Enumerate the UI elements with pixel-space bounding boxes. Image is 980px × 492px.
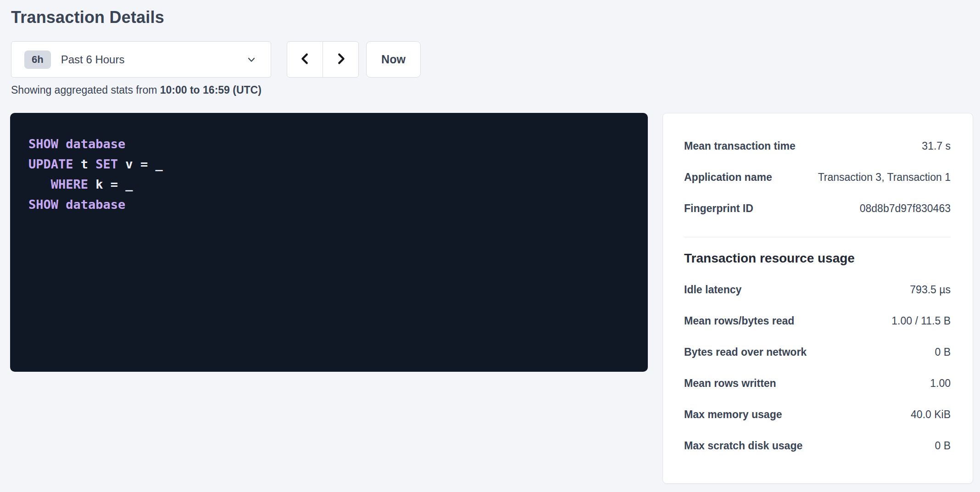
summary-stats: Mean transaction time31.7 sApplication n… [684,130,951,224]
now-button[interactable]: Now [366,41,421,78]
resource-stat-row: Idle latency793.5 µs [684,274,951,305]
next-range-button[interactable] [323,41,359,78]
sql-token-keyword: SET [95,157,118,171]
stat-value: Transaction 3, Transaction 1 [818,171,951,184]
resource-stat-row: Mean rows/bytes read1.00 / 11.5 B [684,305,951,336]
sql-line: SHOW database [28,195,629,215]
stat-label: Mean rows/bytes read [684,315,794,327]
summary-stat-row: Fingerprint ID08d8b7d97f830463 [684,193,951,224]
chevron-right-icon [334,52,348,67]
stat-value: 0 B [935,440,951,452]
time-range-arrows [287,41,359,78]
stat-label: Max scratch disk usage [684,440,802,452]
stat-label: Max memory usage [684,408,782,421]
chevron-left-icon [298,52,312,67]
page-title: Transaction Details [11,6,980,28]
time-range-label: Past 6 Hours [61,53,125,66]
sql-line: SHOW database [28,134,629,154]
sql-token-plain: v = _ [118,157,163,171]
resource-stat-row: Mean rows written1.00 [684,368,951,399]
aggregated-stats-caption: Showing aggregated stats from 10:00 to 1… [11,83,980,97]
stat-value: 0 B [935,346,951,358]
stat-label: Idle latency [684,284,741,296]
stat-label: Bytes read over network [684,346,807,358]
sql-line: WHERE k = _ [28,174,629,195]
sql-token-keyword: SHOW database [28,197,125,212]
main-content: SHOW databaseUPDATE t SET v = _ WHERE k … [10,113,980,484]
time-range-badge: 6h [24,50,51,69]
prev-range-button[interactable] [287,41,323,78]
resource-stat-row: Max scratch disk usage0 B [684,430,951,461]
resource-stat-row: Max memory usage40.0 KiB [684,399,951,430]
sql-token-plain [28,177,51,191]
stat-label: Mean transaction time [684,140,796,152]
caption-prefix: Showing aggregated stats from [11,84,160,96]
time-range-dropdown[interactable]: 6h Past 6 Hours [11,41,271,78]
resource-usage-heading: Transaction resource usage [684,250,951,267]
transaction-stats-card: Mean transaction time31.7 sApplication n… [663,113,973,484]
summary-stat-row: Application nameTransaction 3, Transacti… [684,162,951,193]
chevron-down-icon [246,54,257,65]
sql-statement-box: SHOW databaseUPDATE t SET v = _ WHERE k … [10,113,648,372]
sql-token-keyword: WHERE [51,177,88,191]
stats-divider [684,237,951,237]
stat-value: 1.00 / 11.5 B [891,315,951,327]
summary-stat-row: Mean transaction time31.7 s [684,130,951,162]
stat-label: Mean rows written [684,377,776,390]
sql-token-plain: t [73,157,96,171]
sql-token-plain: k = _ [88,177,133,191]
sql-token-keyword: SHOW database [28,137,125,151]
stat-label: Application name [684,171,772,184]
sql-code: SHOW databaseUPDATE t SET v = _ WHERE k … [28,134,629,215]
transaction-details-page: Transaction Details 6h Past 6 Hours Now … [0,0,980,484]
time-controls: 6h Past 6 Hours Now [11,41,980,78]
sql-token-keyword: UPDATE [28,157,73,171]
stat-value: 793.5 µs [910,284,951,296]
stat-value: 08d8b7d97f830463 [860,202,951,215]
stat-value: 1.00 [930,377,951,390]
stat-label: Fingerprint ID [684,202,753,215]
stat-value: 40.0 KiB [911,408,951,421]
sql-line: UPDATE t SET v = _ [28,154,629,174]
stat-value: 31.7 s [922,140,951,152]
caption-range: 10:00 to 16:59 (UTC) [160,84,262,96]
resource-usage-stats: Idle latency793.5 µsMean rows/bytes read… [684,274,951,461]
resource-stat-row: Bytes read over network0 B [684,336,951,368]
